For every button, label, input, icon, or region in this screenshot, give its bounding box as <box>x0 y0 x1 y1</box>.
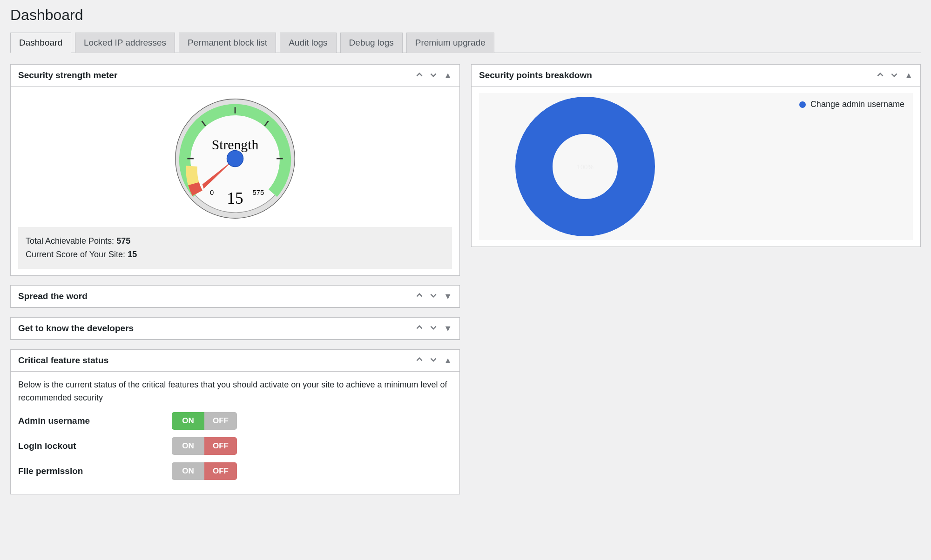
move-up-icon[interactable] <box>416 292 423 300</box>
panel-developers: Get to know the developers ▼ <box>10 317 460 340</box>
move-up-icon[interactable] <box>416 324 423 333</box>
tab-dashboard[interactable]: Dashboard <box>10 33 71 53</box>
legend-dot-icon <box>799 101 806 108</box>
move-up-icon[interactable] <box>416 356 423 365</box>
move-up-icon[interactable] <box>416 71 423 80</box>
toggle-file-permission[interactable]: ON OFF <box>172 462 237 480</box>
panel-title-developers: Get to know the developers <box>18 323 134 333</box>
critical-label: File permission <box>18 466 172 476</box>
move-down-icon[interactable] <box>430 356 437 365</box>
critical-row-file-permission: File permission ON OFF <box>18 462 452 480</box>
tab-bar: Dashboard Locked IP addresses Permanent … <box>10 32 921 53</box>
tab-audit-logs[interactable]: Audit logs <box>280 33 336 53</box>
move-down-icon[interactable] <box>430 324 437 333</box>
toggle-collapse-icon[interactable]: ▲ <box>444 356 452 365</box>
move-up-icon[interactable] <box>877 71 884 80</box>
score-summary: Total Achievable Points: 575 Current Sco… <box>18 227 452 269</box>
legend-label: Change admin username <box>810 100 904 109</box>
total-points-value: 575 <box>116 236 130 246</box>
toggle-off: OFF <box>204 437 237 455</box>
panel-critical-feature: Critical feature status ▲ Below is the c… <box>10 349 460 495</box>
toggle-off: OFF <box>204 412 237 430</box>
panel-strength-meter: Security strength meter ▲ <box>10 64 460 276</box>
toggle-collapse-icon[interactable]: ▼ <box>444 324 452 333</box>
gauge-max-label: 575 <box>253 189 264 196</box>
move-down-icon[interactable] <box>891 71 898 80</box>
panel-title-critical: Critical feature status <box>18 355 108 366</box>
toggle-on: ON <box>172 462 204 480</box>
total-points-label: Total Achievable Points: <box>26 236 116 246</box>
move-down-icon[interactable] <box>430 292 437 300</box>
current-score-value: 15 <box>128 250 137 259</box>
toggle-login-lockout[interactable]: ON OFF <box>172 437 237 455</box>
tab-locked-ip[interactable]: Locked IP addresses <box>75 33 175 53</box>
gauge-label: Strength <box>212 137 259 152</box>
toggle-admin-username[interactable]: ON OFF <box>172 412 237 430</box>
gauge-min-label: 0 <box>210 189 214 196</box>
gauge-value: 15 <box>227 189 243 207</box>
critical-label: Admin username <box>18 416 172 426</box>
critical-description: Below is the current status of the criti… <box>18 378 452 405</box>
tab-debug-logs[interactable]: Debug logs <box>340 33 403 53</box>
critical-label: Login lockout <box>18 441 172 451</box>
toggle-on: ON <box>172 412 204 430</box>
chart-legend: Change admin username <box>799 100 904 109</box>
critical-row-login-lockout: Login lockout ON OFF <box>18 437 452 455</box>
tab-premium-upgrade[interactable]: Premium upgrade <box>406 33 494 53</box>
svg-point-8 <box>227 150 243 167</box>
page-title: Dashboard <box>10 7 921 24</box>
panel-spread-word: Spread the word ▼ <box>10 285 460 308</box>
panel-title-breakdown: Security points breakdown <box>479 70 592 80</box>
donut-percent-label: 100% <box>577 163 594 171</box>
toggle-off: OFF <box>204 462 237 480</box>
move-down-icon[interactable] <box>430 71 437 80</box>
panel-title-strength: Security strength meter <box>18 70 117 80</box>
toggle-collapse-icon[interactable]: ▲ <box>444 71 452 80</box>
toggle-on: ON <box>172 437 204 455</box>
current-score-label: Current Score of Your Site: <box>26 250 128 259</box>
critical-row-admin-username: Admin username ON OFF <box>18 412 452 430</box>
toggle-collapse-icon[interactable]: ▲ <box>904 71 913 80</box>
panel-title-spread: Spread the word <box>18 291 88 301</box>
strength-gauge: Strength 0 575 15 <box>18 93 452 227</box>
panel-points-breakdown: Security points breakdown ▲ 100% Change … <box>471 64 921 247</box>
breakdown-donut-chart: 100% <box>487 97 683 236</box>
toggle-collapse-icon[interactable]: ▼ <box>444 292 452 300</box>
tab-permanent-block[interactable]: Permanent block list <box>179 33 276 53</box>
